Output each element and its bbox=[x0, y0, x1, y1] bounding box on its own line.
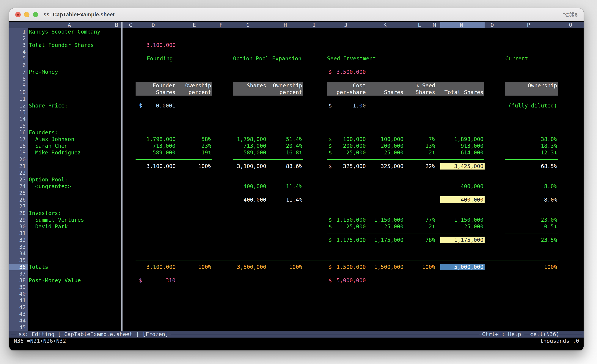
cell-J30[interactable]: $25,000 bbox=[327, 223, 367, 230]
cell-C38[interactable]: $ bbox=[135, 277, 146, 284]
cell-A3[interactable]: Total Founder Shares bbox=[28, 42, 113, 48]
cell-H18[interactable]: 20.4% bbox=[267, 143, 303, 149]
cell-J10[interactable]: per-share bbox=[327, 89, 367, 96]
cell-K10[interactable]: Shares bbox=[367, 89, 405, 96]
cell-J7[interactable]: $3,500,000 bbox=[327, 68, 367, 75]
cell-L30[interactable]: 2% bbox=[405, 223, 436, 230]
cell-H26[interactable]: 11.4% bbox=[267, 196, 303, 203]
cell-A19[interactable]: Mike Rodriguez bbox=[28, 149, 113, 156]
cell-D5[interactable]: Founding bbox=[146, 55, 177, 62]
minimize-icon[interactable] bbox=[24, 12, 30, 17]
cell-P21[interactable]: 68.5% bbox=[505, 163, 558, 169]
cell-P24[interactable]: 8.0% bbox=[505, 183, 558, 190]
cell-A17[interactable]: Alex Johnson bbox=[28, 136, 113, 143]
cell-P32[interactable]: 23.5% bbox=[505, 237, 558, 243]
cell-N19[interactable]: 614,000 bbox=[440, 149, 485, 156]
cell-D17[interactable]: 1,798,000 bbox=[146, 136, 177, 143]
cell-P5[interactable]: Current bbox=[505, 55, 558, 62]
cell-H36[interactable]: 100% bbox=[267, 264, 303, 270]
cell-J36[interactable]: $1,500,000 bbox=[327, 264, 367, 270]
cell-J32[interactable]: $1,175,000 bbox=[327, 237, 367, 243]
cell-E10[interactable]: percent bbox=[177, 89, 212, 96]
cell-G18[interactable]: 713,000 bbox=[233, 143, 267, 149]
cell-N36[interactable]: 5,000,000 bbox=[440, 264, 485, 270]
cell-E17[interactable]: 58% bbox=[177, 136, 212, 143]
cell-E9[interactable]: Owership bbox=[177, 82, 212, 89]
cell-E36[interactable]: 100% bbox=[177, 264, 212, 270]
cell-J17[interactable]: $100,000 bbox=[327, 136, 367, 143]
cell-K19[interactable]: 25,000 bbox=[367, 149, 405, 156]
cell-L21[interactable]: 22% bbox=[405, 163, 436, 169]
cell-N32[interactable]: 1,175,000 bbox=[440, 237, 485, 243]
cell-L36[interactable]: 100% bbox=[405, 264, 436, 270]
cell-P12[interactable]: (fully diluted) bbox=[505, 102, 558, 109]
cell-L29[interactable]: 77% bbox=[405, 216, 436, 223]
cell-K18[interactable]: 200,000 bbox=[367, 143, 405, 149]
cell-J5[interactable]: Seed Investment bbox=[327, 55, 367, 62]
cell-K17[interactable]: 100,000 bbox=[367, 136, 405, 143]
cell-J18[interactable]: $200,000 bbox=[327, 143, 367, 149]
cell-A1[interactable]: Randys Scooter Company bbox=[28, 28, 113, 35]
cell-D3[interactable]: 3,100,000 bbox=[146, 42, 177, 48]
cell-N24[interactable]: 400,000 bbox=[440, 183, 485, 190]
cell-A36[interactable]: Totals bbox=[28, 264, 113, 270]
cell-P30[interactable]: 0.5% bbox=[505, 223, 558, 230]
cell-P29[interactable]: 23.0% bbox=[505, 216, 558, 223]
cell-C12[interactable]: $ bbox=[135, 102, 146, 109]
cell-P36[interactable]: 100% bbox=[505, 264, 558, 270]
cell-D12[interactable]: 0.0001 bbox=[146, 102, 177, 109]
cell-A16[interactable]: Founders: bbox=[28, 129, 113, 136]
cell-P26[interactable]: 8.0% bbox=[505, 196, 558, 203]
cell-L18[interactable]: 13% bbox=[405, 143, 436, 149]
cell-P9[interactable]: Ownership bbox=[505, 82, 558, 89]
cell-A23[interactable]: Option Pool: bbox=[28, 176, 113, 183]
cell-H10[interactable]: percent bbox=[267, 89, 303, 96]
cell-G36[interactable]: 3,500,000 bbox=[233, 264, 267, 270]
cell-E18[interactable]: 23% bbox=[177, 143, 212, 149]
cell-D10[interactable]: Shares bbox=[146, 89, 177, 96]
cell-G26[interactable]: 400,000 bbox=[233, 196, 267, 203]
cell-H19[interactable]: 16.8% bbox=[267, 149, 303, 156]
cell-A7[interactable]: Pre-Money bbox=[28, 68, 113, 75]
cell-E21[interactable]: 100% bbox=[177, 163, 212, 169]
cell-K36[interactable]: 1,500,000 bbox=[367, 264, 405, 270]
cell-L9[interactable]: % Seed bbox=[405, 82, 436, 89]
cell-L19[interactable]: 2% bbox=[405, 149, 436, 156]
cell-G5[interactable]: Option Pool Expansion bbox=[233, 55, 267, 62]
cell-K21[interactable]: 325,000 bbox=[367, 163, 405, 169]
cell-J9[interactable]: Cost bbox=[327, 82, 367, 89]
cell-J29[interactable]: $1,150,000 bbox=[327, 216, 367, 223]
cell-E19[interactable]: 19% bbox=[177, 149, 212, 156]
cell-G19[interactable]: 589,000 bbox=[233, 149, 267, 156]
cell-J38[interactable]: $5,000,000 bbox=[327, 277, 367, 284]
cell-A24[interactable]: <ungranted> bbox=[28, 183, 113, 190]
cell-L32[interactable]: 78% bbox=[405, 237, 436, 243]
cell-D21[interactable]: 3,100,000 bbox=[146, 163, 177, 169]
cell-H17[interactable]: 51.4% bbox=[267, 136, 303, 143]
cell-A38[interactable]: Post-Money Value bbox=[28, 277, 113, 284]
cell-P18[interactable]: 18.3% bbox=[505, 143, 558, 149]
cell-G24[interactable]: 400,000 bbox=[233, 183, 267, 190]
cell-G17[interactable]: 1,798,000 bbox=[233, 136, 267, 143]
cell-N21[interactable]: 3,425,000 bbox=[440, 163, 485, 169]
cell-D38[interactable]: 310 bbox=[146, 277, 177, 284]
cell-L17[interactable]: 7% bbox=[405, 136, 436, 143]
cell-N17[interactable]: 1,898,000 bbox=[440, 136, 485, 143]
cell-D36[interactable]: 3,100,000 bbox=[146, 264, 177, 270]
cell-A30[interactable]: David Park bbox=[28, 223, 113, 230]
terminal[interactable]: ABCDEFGHIJKLMNOPQ 1234567891011121314151… bbox=[9, 21, 584, 350]
zoom-icon[interactable] bbox=[33, 12, 38, 17]
cell-N26[interactable]: 400,000 bbox=[440, 196, 485, 203]
cell-D18[interactable]: 713,000 bbox=[146, 143, 177, 149]
cell-K30[interactable]: 25,000 bbox=[367, 223, 405, 230]
cell-A28[interactable]: Investors: bbox=[28, 210, 113, 216]
cell-D9[interactable]: Founder bbox=[146, 82, 177, 89]
cell-A12[interactable]: Share Price: bbox=[28, 102, 113, 109]
cell-J12[interactable]: $1.00 bbox=[327, 102, 367, 109]
cell-J21[interactable]: $325,000 bbox=[327, 163, 367, 169]
close-icon[interactable] bbox=[15, 12, 21, 17]
cell-A18[interactable]: Sarah Chen bbox=[28, 143, 113, 149]
cell-A29[interactable]: Summit Ventures bbox=[28, 216, 113, 223]
cell-K29[interactable]: 1,150,000 bbox=[367, 216, 405, 223]
cell-P17[interactable]: 38.0% bbox=[505, 136, 558, 143]
